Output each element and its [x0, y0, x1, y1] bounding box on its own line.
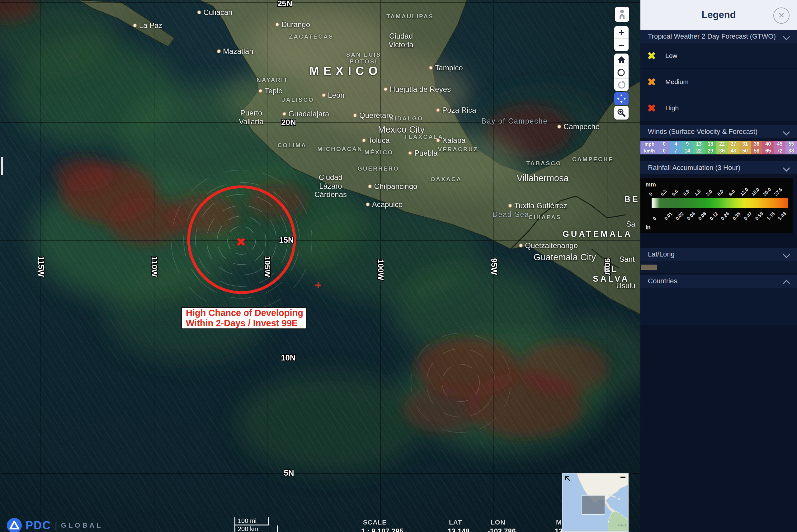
pdc-logo-icon — [7, 518, 22, 532]
pegman-button[interactable] — [615, 7, 629, 22]
map-label: Acapulco — [366, 200, 403, 209]
winds-value-cell: 58 — [751, 148, 762, 154]
map-label: 10N — [281, 353, 296, 363]
winds-kmh-row: km/h0714222936435058657288 — [640, 148, 797, 154]
zoom-in-button[interactable]: + — [614, 26, 629, 39]
map-label: 20N — [281, 118, 296, 127]
rainfall-tick-label: 0.47 — [743, 209, 755, 222]
overview-inset-map[interactable]: SOUT — [562, 473, 629, 532]
gtwo-x-icon — [648, 78, 656, 86]
rainfall-tick-label: 0.12 — [708, 209, 721, 222]
magnifier-plus-icon — [617, 108, 626, 117]
gtwo-x-icon — [648, 104, 656, 112]
pdc-logo: PDC | GLOBAL — [7, 518, 103, 532]
winds-value-cell: 65 — [762, 148, 774, 154]
winds-value-cell: 18 — [704, 141, 716, 148]
section-rainfall-header[interactable]: Rainfall Accumulation (3 Hour) — [640, 161, 797, 174]
section-countries-header[interactable]: Countries — [640, 274, 797, 288]
gtwo-items: LowMediumHigh — [640, 43, 797, 121]
map-label: 90W — [603, 258, 612, 274]
winds-unit-cell: mph — [640, 141, 659, 148]
inset-extent-rect[interactable] — [582, 495, 605, 515]
zoom-out-button[interactable]: − — [614, 39, 629, 51]
logo-divider: | — [55, 520, 57, 531]
rotate-cw-icon — [618, 81, 625, 89]
map-label: TLAXCALA — [404, 134, 443, 140]
hazard-label-line2: Within 2-Days / Invest 99E — [186, 318, 306, 328]
winds-value-cell: 43 — [727, 148, 739, 154]
section-latlong-header[interactable]: Lat/Long — [640, 248, 797, 261]
zoom-box-button[interactable] — [614, 106, 629, 119]
section-winds-header[interactable]: Winds (Surface Velocity & Forecast) — [640, 125, 797, 138]
map-label: Campeche — [557, 122, 600, 131]
winds-value-cell: 31 — [739, 141, 751, 148]
map-label: Toluca — [362, 136, 390, 145]
map-labels: 25N20N15N10N5N115W110W105W100W95W90WMEXI… — [0, 0, 640, 532]
winds-value-cell: 29 — [704, 148, 716, 154]
lon-value: -102.786 — [488, 527, 516, 532]
map-label: Bay of Campeche — [481, 117, 548, 125]
countries-body — [640, 288, 797, 325]
map-label: Tampico — [429, 63, 463, 72]
gtwo-item-medium: Medium — [640, 69, 797, 95]
rotate-ccw-button[interactable] — [614, 66, 629, 78]
winds-value-cell: 0 — [659, 148, 670, 154]
map-label: 110W — [149, 256, 159, 277]
map-label: Chilpancingo — [368, 182, 417, 191]
winds-mph-row: mph049131822273136404555 — [640, 141, 797, 148]
hazard-label-line1: High Chance of Developing — [186, 308, 306, 318]
rainfall-tick-label: 0.59 — [754, 209, 766, 222]
rainfall-tick-label: 1.18 — [765, 209, 778, 222]
chevron-up-icon — [783, 280, 790, 287]
section-gtwo-header[interactable]: Tropical Weather 2 Day Forecast (GTWO) — [640, 30, 797, 43]
scale-value: 1 : 9,107,295 — [361, 527, 403, 532]
winds-value-cell: 36 — [716, 148, 727, 154]
map-canvas[interactable]: 25N20N15N10N5N115W110W105W100W95W90WMEXI… — [0, 0, 640, 532]
rainfall-tick-label: 12.0 — [739, 185, 751, 197]
map-label: Dead Sea — [493, 210, 529, 218]
map-label: Xalapa — [436, 136, 466, 145]
map-label: Mexico City — [378, 125, 425, 135]
pdc-global-text: GLOBAL — [61, 521, 103, 530]
winds-value-cell: 88 — [785, 148, 797, 154]
legend-title: Legend — [701, 10, 736, 21]
map-label: COLIMA — [278, 142, 307, 149]
rainfall-tick-label: 0.24 — [720, 209, 732, 222]
lon-label: LON — [491, 519, 505, 526]
section-gtwo-title: Tropical Weather 2 Day Forecast (GTWO) — [648, 32, 776, 40]
map-label: CHIAPAS — [528, 214, 561, 221]
winds-value-cell: 45 — [774, 141, 785, 148]
rainfall-gradient-bar — [651, 198, 788, 208]
winds-value-cell: 4 — [670, 141, 682, 148]
map-label: SAN LUIS POTOSÍ — [346, 51, 381, 65]
inset-collapse-icon[interactable] — [621, 477, 625, 478]
map-label: Durango — [275, 20, 310, 29]
legend-panel: Legend × Tropical Weather 2 Day Forecast… — [640, 0, 797, 532]
home-button[interactable] — [614, 54, 629, 66]
winds-value-cell: 27 — [727, 141, 739, 148]
map-label: HIDALGO — [390, 115, 423, 122]
winds-value-cell: 14 — [682, 148, 693, 154]
legend-close-button[interactable]: × — [773, 7, 790, 24]
map-label: CAMPECHE — [572, 156, 614, 163]
winds-value-cell: 40 — [762, 141, 774, 148]
map-label: Culiacán — [197, 8, 232, 17]
home-icon — [618, 56, 625, 63]
pan-icon — [617, 94, 626, 103]
rotate-cw-button[interactable] — [614, 78, 629, 91]
map-label: Ciudad Lázaro Cárdenas — [315, 173, 347, 199]
rainfall-tick-label: 37.5 — [773, 185, 785, 197]
map-label: Villahermosa — [516, 173, 568, 183]
winds-value-cell: 7 — [670, 148, 682, 154]
rainfall-tick-label: 0.02 — [674, 209, 687, 222]
legend-header: Legend × — [640, 0, 797, 30]
gtwo-item-high: High — [640, 95, 797, 121]
winds-color-scale: mph049131822273136404555 km/h07142229364… — [640, 141, 797, 154]
winds-value-cell: 55 — [785, 141, 797, 148]
section-countries-title: Countries — [648, 277, 677, 285]
rainfall-color-scale: mm 00.30.60.91.53.06.09.012.015.030.037.… — [640, 178, 793, 233]
map-label: GUERRERO — [357, 165, 399, 172]
map-label: Puebla — [408, 149, 438, 157]
map-label: VERACRUZ — [438, 146, 478, 153]
pan-tool-button[interactable] — [614, 92, 629, 105]
